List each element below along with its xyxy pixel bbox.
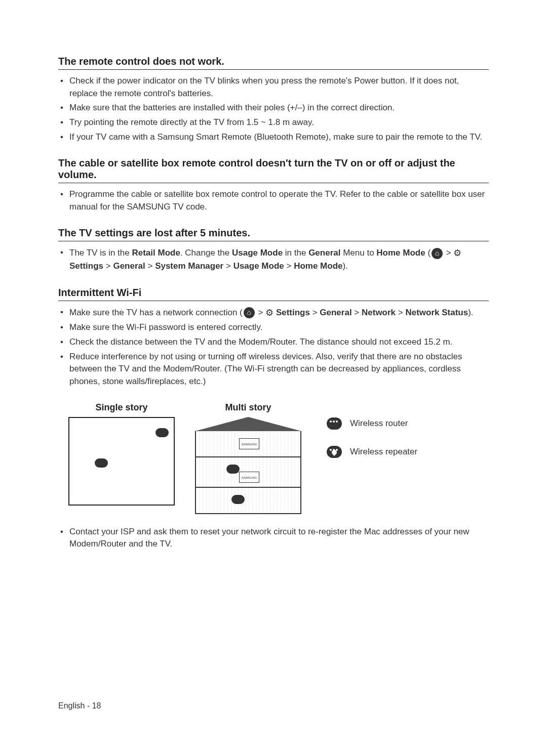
bullet-item: Check if the power indicator on the TV b… [69,75,489,100]
bullet-item: If your TV came with a Samsung Smart Rem… [69,131,489,144]
home-icon [244,307,255,318]
home-icon [432,248,443,259]
single-story-floorplan [68,417,175,506]
diagram-label-multi: Multi story [195,402,301,413]
repeater-icon [327,446,342,458]
section-title: Intermittent Wi-Fi [58,287,489,301]
section: The cable or satellite box remote contro… [58,157,489,213]
section: The remote control does not work.Check i… [58,56,489,143]
section: Intermittent Wi-FiMake sure the TV has a… [58,287,489,388]
wifi-diagram: Single storyMulti storySAMSUNGSAMSUNGWir… [68,402,489,511]
diagram-legend: Wireless routerWireless repeater [327,417,417,458]
bullet-item: Programme the cable or satellite box rem… [69,188,489,213]
bullet-item: Try pointing the remote directly at the … [69,116,489,129]
bullet-item: Reduce interference by not using or turn… [69,351,489,388]
bullet-item: Make sure the Wi-Fi password is entered … [69,321,489,334]
legend-repeater-label: Wireless repeater [350,447,417,457]
bullet-item: Make sure that the batteries are install… [69,102,489,114]
router-icon [327,417,342,430]
bullet-item: Check the distance between the TV and th… [69,336,489,349]
diagram-label-single: Single story [68,402,175,413]
legend-router-label: Wireless router [350,418,408,429]
section-title: The cable or satellite box remote contro… [58,157,489,183]
gear-icon [453,246,461,260]
bullet-item: Make sure the TV has a network connectio… [69,306,489,320]
section: The TV settings are lost after 5 minutes… [58,227,489,272]
gear-icon [265,306,274,320]
page-footer: English - 18 [58,701,101,710]
bullet-item: Contact your ISP and ask them to reset y… [69,526,489,551]
multi-story-house: SAMSUNGSAMSUNG [195,417,301,511]
section-title: The remote control does not work. [58,56,489,70]
bullet-item: The TV is in the Retail Mode. Change the… [69,246,489,272]
section-title: The TV settings are lost after 5 minutes… [58,227,489,241]
